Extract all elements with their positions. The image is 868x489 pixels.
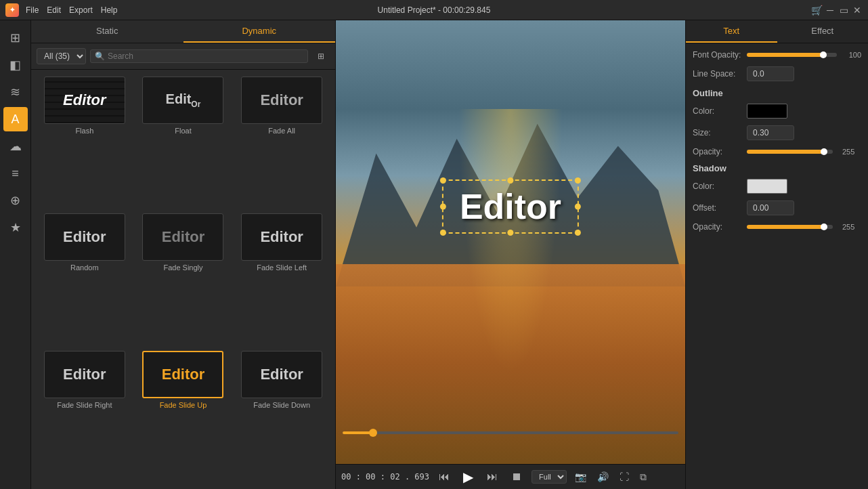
right-content: Font Opacity: 100 Line Space: Outline Co… <box>686 43 868 489</box>
font-opacity-slider[interactable] <box>747 53 837 57</box>
effect-fade-singly[interactable]: Editor Fade Singly <box>137 213 230 345</box>
shadow-opacity-row: Opacity: 255 <box>693 222 861 232</box>
effect-label-fade-all: Fade All <box>268 127 295 135</box>
effect-text-fade-slide-up: Editor <box>162 366 205 383</box>
play-button[interactable]: ▶ <box>459 467 477 486</box>
titlebar: ✦ File Edit Export Help Untitled Project… <box>0 0 868 20</box>
effect-fade-slide-left[interactable]: Editor Fade Slide Left <box>235 213 328 345</box>
effect-float[interactable]: EditOr Float <box>137 77 230 208</box>
volume-button[interactable]: 🔊 <box>594 470 611 484</box>
grid-view-button[interactable]: ⊞ <box>312 47 330 65</box>
effect-thumb-fade-slide-left: Editor <box>241 213 322 261</box>
controls-bar: 00 : 00 : 02 . 693 ⏮ ▶ ⏭ ⏹ Full 📷 🔊 ⛶ ⧉ <box>336 464 685 489</box>
effect-text-fade-singly: Editor <box>162 228 205 246</box>
line-space-input[interactable] <box>747 66 794 81</box>
effect-fade-slide-right[interactable]: Editor Fade Slide Right <box>38 351 131 482</box>
skip-forward-button[interactable]: ⏭ <box>483 469 502 484</box>
sidebar-item-transitions[interactable]: ≡ <box>3 161 28 186</box>
outline-size-row: Size: <box>693 125 861 140</box>
sidebar: ⊞ ◧ ≋ A ☁ ≡ ⊕ ★ <box>0 20 31 489</box>
preview-video: Editor <box>336 20 685 464</box>
effect-text-fade-slide-right: Editor <box>63 366 106 383</box>
minimize-button[interactable]: ─ <box>825 5 836 16</box>
font-opacity-row: Font Opacity: 100 <box>693 50 861 60</box>
sidebar-item-media[interactable]: ⊞ <box>3 26 28 50</box>
stop-button[interactable]: ⏹ <box>507 469 526 484</box>
left-panel-toolbar: All (35) 🔍 ⊞ <box>31 43 335 70</box>
outline-size-input[interactable] <box>747 125 794 140</box>
outline-opacity-label: Opacity: <box>693 147 747 156</box>
main-area: ⊞ ◧ ≋ A ☁ ≡ ⊕ ★ Static Dynamic All (35) … <box>0 20 868 489</box>
effect-text-random: Editor <box>63 228 106 246</box>
app-logo: ✦ <box>5 3 19 17</box>
outline-opacity-row: Opacity: 255 <box>693 147 861 156</box>
menu-help[interactable]: Help <box>101 5 118 15</box>
effect-thumb-fade-singly: Editor <box>142 213 223 261</box>
effect-thumb-random: Editor <box>44 213 125 261</box>
search-icon: 🔍 <box>95 51 105 61</box>
effect-thumb-fade-slide-down: Editor <box>241 351 322 398</box>
shadow-offset-row: Offset: <box>693 200 861 215</box>
snapshot-button[interactable]: 📷 <box>572 470 589 484</box>
shadow-color-row: Color: <box>693 179 861 194</box>
effect-text-fade-slide-left: Editor <box>260 228 303 246</box>
sidebar-item-stickers[interactable]: ★ <box>3 215 28 240</box>
shadow-color-label: Color: <box>693 182 747 191</box>
tab-dynamic[interactable]: Dynamic <box>183 20 336 43</box>
effect-thumb-fade-slide-up: Editor <box>142 351 223 398</box>
outline-opacity-slider[interactable] <box>747 150 833 154</box>
outline-color-picker[interactable] <box>747 104 787 119</box>
effect-label-random: Random <box>70 263 99 272</box>
right-panel: Text Effect Font Opacity: 100 Line Space… <box>685 20 868 489</box>
outline-color-label: Color: <box>693 106 747 116</box>
effect-text-fade-slide-down: Editor <box>260 366 303 383</box>
filter-dropdown[interactable]: All (35) <box>37 48 86 64</box>
shadow-opacity-slider[interactable] <box>747 225 833 229</box>
effect-thumb-float: EditOr <box>142 77 223 124</box>
shadow-color-picker[interactable] <box>747 179 787 194</box>
skip-back-button[interactable]: ⏮ <box>435 469 454 484</box>
sidebar-item-effects[interactable]: ☁ <box>3 134 28 158</box>
font-opacity-number: 100 <box>842 51 861 59</box>
search-box: 🔍 <box>90 49 308 63</box>
effect-fade-all[interactable]: Editor Fade All <box>235 77 328 208</box>
line-space-label: Line Space: <box>693 69 747 79</box>
sidebar-item-text[interactable]: A <box>3 107 28 131</box>
shadow-section-title: Shadow <box>693 163 861 173</box>
menu-export[interactable]: Export <box>69 5 93 15</box>
fullscreen-button[interactable]: ⛶ <box>617 470 632 484</box>
effect-flash[interactable]: Editor Flash <box>38 77 131 208</box>
left-panel: Static Dynamic All (35) 🔍 ⊞ Editor Flash <box>31 20 336 489</box>
window-controls: 🛒 ─ ▭ ✕ <box>811 5 863 16</box>
effect-thumb-fade-all: Editor <box>241 77 322 124</box>
effect-random[interactable]: Editor Random <box>38 213 131 345</box>
effect-label-float: Float <box>175 127 191 135</box>
sidebar-item-layers[interactable]: ◧ <box>3 53 28 77</box>
search-input[interactable] <box>108 51 303 61</box>
tab-effect[interactable]: Effect <box>777 20 869 43</box>
effect-label-fade-slide-right: Fade Slide Right <box>57 401 112 409</box>
effect-fade-slide-down[interactable]: Editor Fade Slide Down <box>235 351 328 482</box>
quality-select[interactable]: Full <box>531 470 567 484</box>
effect-thumb-flash: Editor <box>44 77 125 124</box>
sidebar-item-filters[interactable]: ⊕ <box>3 188 28 213</box>
menu-file[interactable]: File <box>26 5 39 15</box>
tab-text[interactable]: Text <box>686 20 777 43</box>
pip-button[interactable]: ⧉ <box>637 470 649 484</box>
preview-area: Editor 00 : 00 : 02 . 693 ⏮ ▶ ⏭ ⏹ Fu <box>336 20 685 489</box>
maximize-button[interactable]: ▭ <box>838 5 849 16</box>
effect-fade-slide-up[interactable]: Editor Fade Slide Up <box>137 351 230 482</box>
cart-icon[interactable]: 🛒 <box>811 5 822 16</box>
menu-edit[interactable]: Edit <box>47 5 61 15</box>
left-panel-tabs: Static Dynamic <box>31 20 335 43</box>
effect-text-fade-all: Editor <box>260 91 303 109</box>
outline-color-row: Color: <box>693 104 861 119</box>
close-button[interactable]: ✕ <box>852 5 863 16</box>
shadow-offset-input[interactable] <box>747 200 794 215</box>
font-opacity-value <box>747 53 842 57</box>
editor-text-overlay[interactable]: Editor <box>460 186 561 227</box>
effects-grid: Editor Flash EditOr Float Editor Fade Al… <box>31 70 335 489</box>
tab-static[interactable]: Static <box>31 20 183 43</box>
sidebar-item-audio[interactable]: ≋ <box>3 80 28 104</box>
outline-size-label: Size: <box>693 128 747 137</box>
